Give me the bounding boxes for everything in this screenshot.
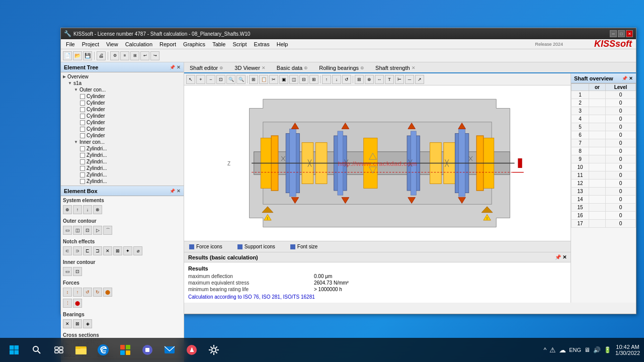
shaft-table-row[interactable]: 170 [572,220,636,228]
vt-text[interactable]: T [385,75,394,84]
f-icon-4[interactable]: ↻ [93,288,102,297]
taskbar-extra[interactable]: ♟ [182,340,201,359]
f-icon-6[interactable]: ⋮ [63,299,72,308]
ne-icon-7[interactable]: ✦ [123,246,132,255]
menu-file[interactable]: File [63,40,78,48]
start-button[interactable] [4,340,24,360]
vt-grid[interactable]: ⊞ [355,75,364,84]
vt-view4[interactable]: ⊞ [309,75,318,84]
ic-icon-2[interactable]: ⊡ [73,267,82,276]
tree-zyl-4[interactable]: Zylindri... [62,165,183,171]
b-icon-2[interactable]: ⊠ [73,319,82,328]
tree-cyl-5[interactable]: Cylinder [62,119,183,126]
close-button[interactable]: ✕ [626,30,633,37]
shaft-overview-close[interactable]: ✕ [629,76,633,81]
tab-rolling-bearings[interactable]: Rolling bearings ⊕ [313,63,370,72]
shaft-table-row[interactable]: 80 [572,147,636,155]
menu-report[interactable]: Report [156,40,179,48]
tree-cyl-3[interactable]: Cylinder [62,106,183,113]
tree-zyl-1[interactable]: Zylindri... [62,145,183,152]
tb-btn-4[interactable]: ⊞ [130,51,139,60]
sys-icon-3[interactable]: ↓ [83,205,92,214]
oc-icon-2[interactable]: ◫ [73,226,82,235]
tree-check-z6[interactable] [80,179,85,184]
ne-icon-2[interactable]: ⊃ [73,246,82,255]
b-icon-1[interactable]: ✕ [63,319,72,328]
tb-btn-3[interactable]: ≡ [120,51,129,60]
tree-cyl-1[interactable]: Cylinder [62,93,183,100]
tree-zyl-5[interactable]: Zylindri... [62,171,183,178]
tree-check-7[interactable] [80,133,85,138]
taskbar-store[interactable] [116,340,135,359]
tree-check-4[interactable] [80,114,85,119]
tree-cyl-7[interactable]: Cylinder [62,132,183,139]
tree-check-1[interactable] [80,94,85,99]
maximize-button[interactable]: □ [618,30,625,37]
menu-extras[interactable]: Extras [251,40,273,48]
f-icon-2[interactable]: ↑ [73,288,82,297]
shaft-table-row[interactable]: 20 [572,99,636,107]
ne-icon-1[interactable]: ⊂ [63,246,72,255]
menu-help[interactable]: Help [274,40,291,48]
f-icon-5[interactable]: ⬤ [103,288,112,297]
shaft-table-row[interactable]: 140 [572,196,636,204]
taskbar-clock[interactable]: 10:42 AM 1/30/2022 [615,344,640,356]
sys-icon-1[interactable]: ⊕ [63,205,72,214]
vt-plus[interactable]: + [196,75,205,84]
oc-icon-4[interactable]: ▷ [93,226,102,235]
taskbar-explorer[interactable] [71,340,91,359]
tree-zyl-6[interactable]: Zylindri... [62,178,183,185]
f-icon-1[interactable]: ↕ [63,288,72,297]
tree-cyl-6[interactable]: Cylinder [62,126,183,132]
tab-shaft-editor-close[interactable]: ⊕ [219,65,223,70]
shaft-overview-pin[interactable]: 📌 [622,76,627,81]
oc-icon-5[interactable]: ⌒ [103,226,112,235]
save-button[interactable]: 💾 [83,51,92,60]
tree-pin-icon[interactable]: 📌 [170,65,175,70]
vt-arrow-up[interactable]: ↑ [322,75,331,84]
vt-paste[interactable]: 📋 [259,75,268,84]
vt-view1[interactable]: ▣ [279,75,288,84]
elem-box-pin-icon[interactable]: 📌 [170,189,175,194]
tree-check-3[interactable] [80,107,85,112]
menu-script[interactable]: Script [229,40,250,48]
tree-s1a[interactable]: ▼ s1a [62,80,183,86]
tab-3d-close[interactable]: ✕ [262,65,266,70]
tree-check-z2[interactable] [80,153,85,158]
shaft-table-row[interactable]: 110 [572,171,636,179]
tree-check-z3[interactable] [80,159,85,164]
tree-check-5[interactable] [80,120,85,125]
b-icon-3[interactable]: ◈ [83,319,92,328]
tree-outer-con[interactable]: ▼ Outer con... [62,86,183,93]
shaft-table-row[interactable]: 130 [572,188,636,196]
taskbar-edge[interactable] [94,340,113,359]
tree-overview[interactable]: ▶ Overview [62,73,183,80]
results-pin-icon[interactable]: 📌 [555,254,561,260]
shaft-table-row[interactable]: 30 [572,107,636,115]
vt-dim[interactable]: ⊢ [395,75,404,84]
vt-frame[interactable]: ⊡ [216,75,225,84]
vt-view2[interactable]: ◫ [289,75,298,84]
results-close-icon[interactable]: ✕ [562,254,567,260]
taskbar-mail[interactable] [160,340,179,359]
vt-rotate[interactable]: ↺ [342,75,351,84]
taskbar-taskview[interactable] [49,340,68,359]
vt-zoom[interactable]: 🔍 [226,75,235,84]
sys-icon-4[interactable]: ⊗ [93,205,102,214]
tree-inner-con[interactable]: ▼ Inner con... [62,139,183,145]
tree-close-icon[interactable]: ✕ [177,65,181,70]
chevron-up-icon[interactable]: ^ [544,346,547,353]
ic-icon-1[interactable]: ▭ [63,267,72,276]
vt-measure[interactable]: ↔ [375,75,384,84]
ne-icon-4[interactable]: ⊐ [93,246,102,255]
tab-rolling-close[interactable]: ⊕ [360,65,364,70]
shaft-table-row[interactable]: 50 [572,123,636,131]
open-button[interactable]: 📂 [73,51,82,60]
shaft-table-row[interactable]: 40 [572,115,636,123]
shaft-table-row[interactable]: 120 [572,179,636,188]
tab-strength-close[interactable]: ✕ [412,65,416,70]
calc-button[interactable]: ⚙ [110,51,119,60]
vt-zoomout[interactable]: 🔍 [236,75,246,84]
sys-icon-2[interactable]: ↑ [73,205,82,214]
tree-check-z1[interactable] [80,146,85,151]
